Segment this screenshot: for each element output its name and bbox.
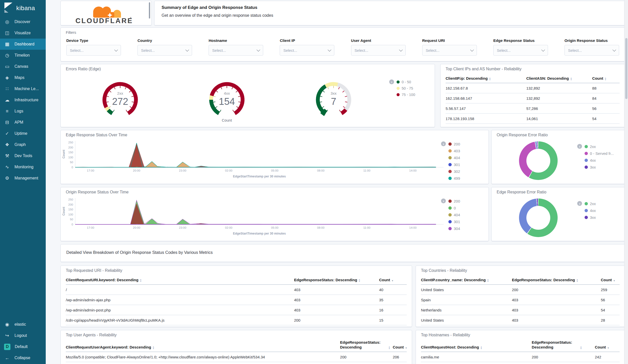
- sidebar-item-apm[interactable]: ⊟APM: [0, 117, 46, 128]
- column-header[interactable]: Count▼: [393, 345, 410, 350]
- column-header[interactable]: Count▼: [595, 345, 623, 350]
- sort-desc-icon[interactable]: ▼: [405, 346, 407, 350]
- sort-icon[interactable]: ▲▼: [480, 346, 482, 350]
- sidebar-item-logs[interactable]: ≡Logs: [0, 106, 46, 117]
- sort-icon[interactable]: ▲▼: [152, 346, 154, 350]
- sort-icon[interactable]: ▲▼: [487, 279, 489, 282]
- legend-item[interactable]: 3xx: [585, 165, 614, 169]
- legend-item[interactable]: 2xx: [585, 144, 614, 149]
- column-header[interactable]: EdgeResponseStatus: Descending▲▼: [340, 340, 391, 350]
- column-header[interactable]: ClientIP.ip: Descending▲▼: [446, 76, 525, 81]
- column-header[interactable]: ClientRequestUserAgent.keyword: Descendi…: [66, 345, 339, 350]
- sort-icon[interactable]: ▲▼: [388, 346, 390, 350]
- sidebar-item-collapse[interactable]: ←Collapse: [0, 352, 46, 363]
- column-header[interactable]: Count▼: [601, 277, 623, 282]
- filter-select-country[interactable]: Select...: [137, 45, 192, 56]
- legend-item[interactable]: 0 - Served fr...: [585, 151, 614, 156]
- legend-item[interactable]: 200: [448, 199, 460, 203]
- legend-item[interactable]: 4xx: [585, 158, 614, 162]
- legend-item[interactable]: 50 - 75: [397, 86, 415, 90]
- legend-item[interactable]: 3xx: [585, 215, 596, 220]
- legend-item[interactable]: 0 - 50: [397, 80, 415, 84]
- legend-item[interactable]: 301: [448, 220, 460, 224]
- sidebar-item-discover[interactable]: ◎Discover: [0, 16, 46, 27]
- sort-icon[interactable]: ▲▼: [604, 77, 606, 81]
- legend-item[interactable]: 499: [448, 176, 460, 180]
- sort-icon[interactable]: ▲▼: [140, 279, 142, 282]
- column-header[interactable]: EdgeResponseStatus: Descending▲▼: [532, 340, 593, 350]
- sort-icon[interactable]: ▲▼: [489, 77, 491, 81]
- legend-item[interactable]: 2xx: [585, 202, 596, 206]
- sort-icon[interactable]: ▲▼: [358, 279, 360, 282]
- legend-item[interactable]: 301: [448, 162, 460, 167]
- legend-item[interactable]: 304: [448, 226, 460, 231]
- top-hostnames-table: ClientRequestHost: Descending▲▼EdgeRespo…: [421, 340, 620, 362]
- column-header[interactable]: ClientIP.country_name: Descending▲▼: [421, 277, 510, 282]
- sort-icon[interactable]: ▲▼: [580, 346, 582, 350]
- filter-select-origin-response-status[interactable]: Select...: [564, 45, 619, 56]
- filter-select-request-uri[interactable]: Select...: [422, 45, 477, 56]
- legend-item[interactable]: 403: [448, 149, 460, 153]
- gauge-2xx[interactable]: 2xx272: [92, 78, 148, 119]
- origin-ratio-donut-chart[interactable]: [519, 141, 558, 180]
- sidebar-item-monitoring[interactable]: ∿Monitoring: [0, 161, 46, 173]
- table-cell: 54: [601, 308, 623, 312]
- panel-scrollbar[interactable]: [149, 2, 150, 19]
- sort-icon[interactable]: ▲▼: [570, 77, 572, 81]
- legend-item[interactable]: 302: [448, 169, 460, 174]
- column-header[interactable]: ClientASN: Descending▲▼: [526, 76, 591, 81]
- legend-color-dot: [585, 145, 588, 148]
- edge-ratio-donut-chart[interactable]: [519, 198, 558, 237]
- legend-expand-icon[interactable]: ›: [441, 141, 446, 146]
- legend-expand-icon[interactable]: ›: [577, 201, 582, 206]
- legend-expand-icon[interactable]: ›: [577, 144, 582, 149]
- filter-select-device-type[interactable]: Select...: [66, 45, 121, 56]
- sidebar-item-maps[interactable]: ◈Maps: [0, 72, 46, 83]
- filter-select-hostname[interactable]: Select...: [209, 45, 263, 56]
- legend-item[interactable]: 4xx: [585, 208, 596, 213]
- sidebar-item-elastic[interactable]: ◉elastic: [0, 319, 46, 330]
- sort-desc-icon[interactable]: ▼: [613, 279, 615, 282]
- table-cell: United States: [421, 288, 510, 292]
- sort-icon[interactable]: ▲▼: [576, 279, 578, 282]
- column-header[interactable]: ClientRequestURI.keyword: Descending▲▼: [66, 277, 292, 282]
- select-placeholder: Select...: [70, 48, 84, 53]
- sidebar-item-canvas[interactable]: ▭Canvas: [0, 61, 46, 72]
- origin-time-area-chart[interactable]: 05010015020025017:0020:0023:0002:0005:00…: [61, 196, 489, 239]
- column-header[interactable]: ClientRequestHost: Descending▲▼: [421, 345, 530, 350]
- column-header[interactable]: Count▲▼: [592, 76, 623, 81]
- legend-item[interactable]: 200: [448, 142, 460, 146]
- sidebar-item-default[interactable]: DDefault: [0, 341, 46, 352]
- gauge-4xx[interactable]: 4xx154: [199, 78, 255, 119]
- sort-desc-icon[interactable]: ▼: [607, 346, 609, 350]
- select-placeholder: Select...: [568, 48, 582, 53]
- sidebar-item-infrastructure[interactable]: ☁Infrastructure: [0, 94, 46, 106]
- column-header[interactable]: EdgeResponseStatus: Descending▲▼: [512, 277, 599, 282]
- sidebar-item-logout[interactable]: ↪Logout: [0, 330, 46, 341]
- edge-time-area-chart[interactable]: 05010015020025017:0020:0023:0002:0005:00…: [61, 139, 489, 182]
- legend-item[interactable]: 75 - 100: [397, 93, 415, 97]
- sidebar-item-graph[interactable]: ❖Graph: [0, 139, 46, 150]
- gauge-3xx[interactable]: 3xx7: [306, 78, 362, 119]
- sidebar-item-timelion[interactable]: ◷Timelion: [0, 50, 46, 61]
- legend-expand-icon[interactable]: ›: [389, 79, 394, 84]
- filter-select-edge-response-status[interactable]: Select...: [493, 45, 548, 56]
- legend-item[interactable]: 404: [448, 213, 460, 217]
- sidebar-item-uptime[interactable]: ✓Uptime: [0, 128, 46, 139]
- page-scrollbar[interactable]: [624, 0, 628, 364]
- filter-select-client-ip[interactable]: Select...: [280, 45, 334, 56]
- sidebar-item-management[interactable]: ⚙Management: [0, 173, 46, 184]
- sidebar-item-machine-le[interactable]: ∷Machine Le...: [0, 83, 46, 94]
- sidebar-item-dev-tools[interactable]: ⚒Dev Tools: [0, 150, 46, 161]
- sort-desc-icon[interactable]: ▼: [391, 279, 394, 282]
- legend-expand-icon[interactable]: ›: [441, 198, 446, 203]
- sidebar-item-dashboard[interactable]: ▦Dashboard: [0, 39, 46, 50]
- column-header[interactable]: Count▼: [379, 277, 410, 282]
- legend-item[interactable]: 0: [448, 206, 460, 210]
- sidebar-item-visualize[interactable]: ◫Visualize: [0, 27, 46, 39]
- filter-select-user-agent[interactable]: Select...: [351, 45, 406, 56]
- column-header[interactable]: EdgeResponseStatus: Descending▲▼: [294, 277, 378, 282]
- kibana-logo[interactable]: kibana: [0, 0, 46, 16]
- legend-item[interactable]: 404: [448, 156, 460, 160]
- page-scrollbar-thumb[interactable]: [625, 38, 627, 99]
